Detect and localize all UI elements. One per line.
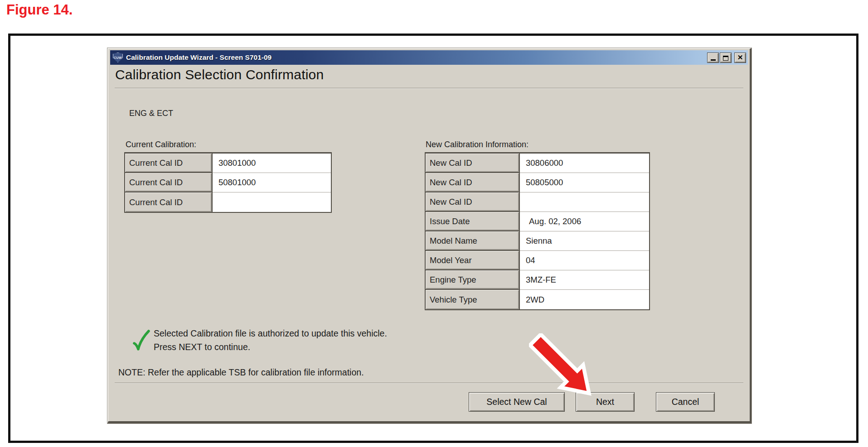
table-row-label: New Cal ID [426, 192, 520, 212]
minimize-icon [711, 59, 716, 61]
maximize-button[interactable] [720, 53, 732, 63]
table-row-label: New Cal ID [426, 154, 520, 173]
green-check-icon [132, 329, 152, 352]
new-calibration-table: New Cal ID 30806000 New Cal ID 50805000 … [425, 152, 650, 310]
cancel-button[interactable]: Cancel [656, 392, 715, 412]
table-row-value [213, 192, 331, 212]
table-row-label: Vehicle Type [426, 290, 520, 309]
table-row-value: Aug. 02, 2006 [520, 212, 649, 231]
ecu-type-label: ENG & ECT [129, 109, 173, 118]
table-row-label: New Cal ID [426, 173, 520, 192]
table-row-value: 50801000 [213, 173, 331, 192]
maximize-icon [723, 56, 728, 61]
table-row-label: Current Cal ID [125, 173, 213, 192]
window-title: Calibration Update Wizard - Screen S701-… [126, 53, 272, 62]
page-title: Calibration Selection Confirmation [115, 67, 324, 82]
close-button[interactable]: ✕ [734, 53, 746, 63]
table-row-value: 30801000 [213, 154, 331, 173]
button-row-divider [115, 383, 743, 384]
figure-caption: Figure 14. [6, 2, 73, 18]
table-row-value: 30806000 [520, 154, 649, 173]
window-titlebar[interactable]: CUW Calibration Update Wizard - Screen S… [110, 50, 748, 65]
table-row-label: Model Year [426, 251, 520, 270]
minimize-button[interactable] [707, 53, 719, 63]
status-instruction: Press NEXT to continue. [154, 342, 250, 352]
next-button[interactable]: Next [576, 392, 635, 412]
current-calibration-title: Current Calibration: [126, 140, 196, 149]
table-row-label: Issue Date [426, 212, 520, 231]
table-row-label: Model Name [426, 231, 520, 251]
status-message: Selected Calibration file is authorized … [154, 328, 387, 339]
current-calibration-table: Current Cal ID 30801000 Current Cal ID 5… [124, 152, 332, 213]
table-row-value: Sienna [520, 231, 649, 251]
table-row-value [520, 192, 649, 212]
cuw-shield-icon: CUW [113, 53, 123, 62]
table-row-value: 2WD [520, 290, 649, 309]
table-row-label: Current Cal ID [125, 192, 213, 212]
red-arrow-icon [529, 333, 593, 398]
heading-divider [115, 88, 743, 89]
calibration-update-wizard-window: CUW Calibration Update Wizard - Screen S… [107, 48, 752, 423]
table-row-value: 50805000 [520, 173, 649, 192]
select-new-cal-button[interactable]: Select New Cal [469, 392, 565, 412]
close-icon: ✕ [737, 53, 743, 62]
table-row-label: Current Cal ID [125, 154, 213, 173]
new-calibration-title: New Calibration Information: [426, 140, 529, 149]
note-text: NOTE: Refer the applicable TSB for calib… [118, 367, 364, 378]
table-row-value: 04 [520, 251, 649, 270]
window-controls: ✕ [707, 53, 746, 63]
table-row-label: Engine Type [426, 270, 520, 290]
table-row-value: 3MZ-FE [520, 270, 649, 290]
